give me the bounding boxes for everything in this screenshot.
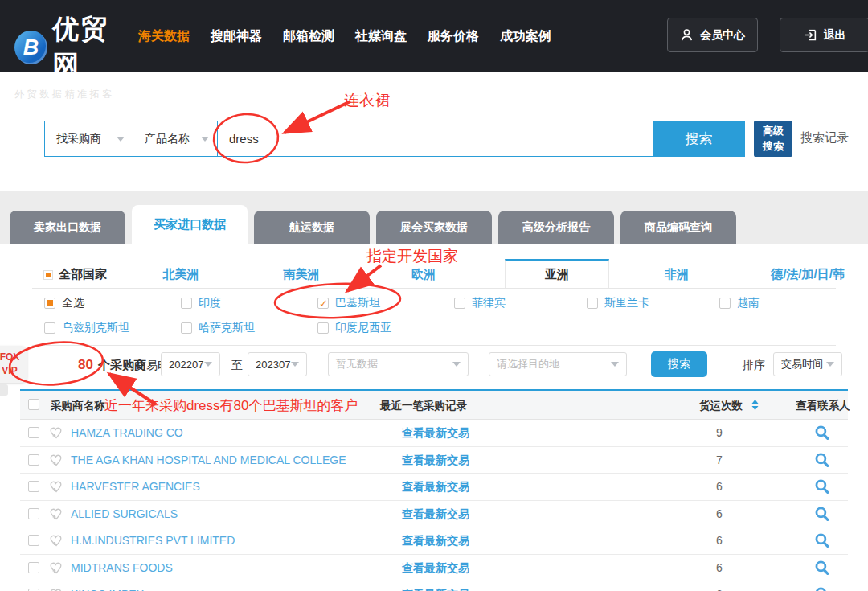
checkbox-sri-lanka[interactable]: 斯里兰卡 [587,296,649,310]
checkbox-icon[interactable] [317,322,329,334]
checkbox-checked-icon[interactable] [317,298,329,309]
logout-icon [804,28,817,42]
checkbox-icon[interactable] [454,298,465,309]
latest-trade-link[interactable]: 查看最新交易 [402,426,469,441]
checkbox-select-all[interactable]: 全选 [44,296,84,310]
region-europe[interactable]: 欧洲 [411,267,436,282]
checkbox-kazakhstan[interactable]: 哈萨克斯坦 [181,321,255,335]
checkbox-icon[interactable] [181,322,192,334]
company-name-link[interactable]: ALLIED SURGICALS [71,507,178,520]
checkbox-icon[interactable] [719,298,731,309]
region-south-america[interactable]: 南美洲 [284,267,320,282]
latest-trade-link[interactable]: 查看最新交易 [402,534,469,548]
nav-customs-data[interactable]: 海关数据 [138,28,190,45]
region-de-fr-ca-jp-kr[interactable]: 德/法/加/日/韩 [771,267,845,282]
checkbox-india[interactable]: 印度 [181,296,221,310]
view-contact-search-icon[interactable] [814,425,831,441]
shipment-count: 9 [710,426,729,439]
checkbox-icon[interactable] [44,322,55,334]
sort-icon[interactable] [750,398,760,412]
view-contact-search-icon[interactable] [814,560,831,577]
chevron-down-icon [291,362,299,367]
company-name-link[interactable]: HARVESTER AGENCIES [71,480,200,493]
tab-exhibition-buyers[interactable]: 展会买家数据 [376,211,492,244]
view-contact-search-icon[interactable] [814,506,831,523]
table-row: HARVESTER AGENCIES 查看最新交易 6 [20,474,848,501]
logout-button[interactable]: 退出 [780,18,868,52]
checkbox-vietnam[interactable]: 越南 [719,296,760,310]
favorite-heart-icon[interactable] [49,425,63,440]
view-contact-search-icon[interactable] [814,452,831,469]
favorite-heart-icon[interactable] [49,560,63,575]
time-from-select[interactable]: 202207 [161,352,220,376]
nav-pricing[interactable]: 服务价格 [428,28,479,45]
favorite-heart-icon[interactable] [49,453,63,467]
tab-analysis-report[interactable]: 高级分析报告 [498,211,614,244]
company-name-link[interactable]: MIDTRANS FOODS [71,561,173,574]
nav-email-check[interactable]: 邮箱检测 [283,28,334,45]
sort-label: 排序 [743,359,765,373]
time-from-value: 202207 [169,359,203,371]
row-checkbox[interactable] [28,427,39,438]
checkbox-philippines[interactable]: 菲律宾 [454,296,506,310]
checkbox-icon[interactable] [181,298,192,309]
member-center-label: 会员中心 [700,28,745,43]
checkbox-pakistan[interactable]: 巴基斯坦 [317,296,380,310]
company-name-link[interactable]: KINGS IMPEX [71,588,144,591]
tab-buyer-import[interactable]: 买家进口数据 [132,205,248,244]
tab-hs-code[interactable]: 商品编码查询 [620,211,736,244]
nav-success-cases[interactable]: 成功案例 [500,28,551,45]
tab-shipping-data[interactable]: 航运数据 [254,211,370,244]
favorite-heart-icon[interactable] [49,507,63,521]
member-center-button[interactable]: 会员中心 [667,18,758,52]
region-africa[interactable]: 非洲 [665,267,689,282]
destination-select[interactable]: 请选择目的地 [489,352,627,376]
latest-trade-link[interactable]: 查看最新交易 [402,480,469,495]
view-contact-search-icon[interactable] [814,586,831,591]
row-checkbox[interactable] [28,535,39,546]
row-checkbox[interactable] [28,454,39,466]
latest-trade-link[interactable]: 查看最新交易 [402,561,469,576]
row-checkbox[interactable] [28,508,39,519]
filter-search-button[interactable]: 搜索 [651,351,707,377]
product-field-select[interactable]: 产品名称 [133,121,218,156]
tab-seller-export[interactable]: 卖家出口数据 [10,211,125,244]
time-to-select[interactable]: 202307 [248,352,307,376]
advanced-search-button[interactable]: 高级搜索 [754,121,792,157]
search-history-link[interactable]: 搜索记录 [800,130,849,146]
region-north-america[interactable]: 北美洲 [163,267,199,282]
search-type-value: 找采购商 [56,132,101,146]
company-name-link[interactable]: HAMZA TRADING CO [71,426,183,439]
search-button[interactable]: 搜索 [653,121,745,157]
region-asia-active[interactable]: 亚洲 [505,259,609,288]
company-name-link[interactable]: H.M.INDUSTRIES PVT LIMITED [71,534,235,547]
sort-select[interactable]: 交易时间 [773,352,842,376]
company-name-link[interactable]: THE AGA KHAN HOSPITAL AND MEDICAL COLLEG… [71,454,346,466]
view-contact-search-icon[interactable] [814,532,831,549]
row-checkbox[interactable] [28,562,39,573]
no-data-select[interactable]: 暂无数据 [328,352,469,376]
search-type-select[interactable]: 找采购商 [45,121,133,156]
checkbox-all-icon[interactable] [44,298,55,309]
shipment-count: 6 [710,480,729,493]
region-all-countries[interactable]: 全部国家 [44,267,107,282]
checkbox-icon[interactable] [587,298,598,309]
checkbox-indonesia[interactable]: 印度尼西亚 [317,321,391,335]
nav-email-finder[interactable]: 搜邮神器 [211,28,262,45]
latest-trade-link[interactable]: 查看最新交易 [402,588,469,591]
checkbox-uzbekistan[interactable]: 乌兹别克斯坦 [44,321,129,335]
favorite-heart-icon[interactable] [49,479,63,494]
shipment-count: 6 [710,534,729,547]
view-contact-search-icon[interactable] [814,478,831,495]
select-all-rows-checkbox[interactable] [28,399,39,410]
nav-social-inquiry[interactable]: 社媒询盘 [355,28,407,45]
latest-trade-link[interactable]: 查看最新交易 [402,507,469,522]
time-to-value: 202307 [256,359,290,371]
favorite-heart-icon[interactable] [49,587,63,591]
fox-vip-badge[interactable]: FOX VIP [0,346,27,383]
row-checkbox[interactable] [28,481,39,492]
latest-trade-link[interactable]: 查看最新交易 [402,454,469,468]
main-nav: 海关数据 搜邮神器 邮箱检测 社媒询盘 服务价格 成功案例 [138,0,551,72]
favorite-heart-icon[interactable] [49,533,63,548]
logo[interactable]: B 优贸网 外贸数据精准拓客 [14,11,135,101]
